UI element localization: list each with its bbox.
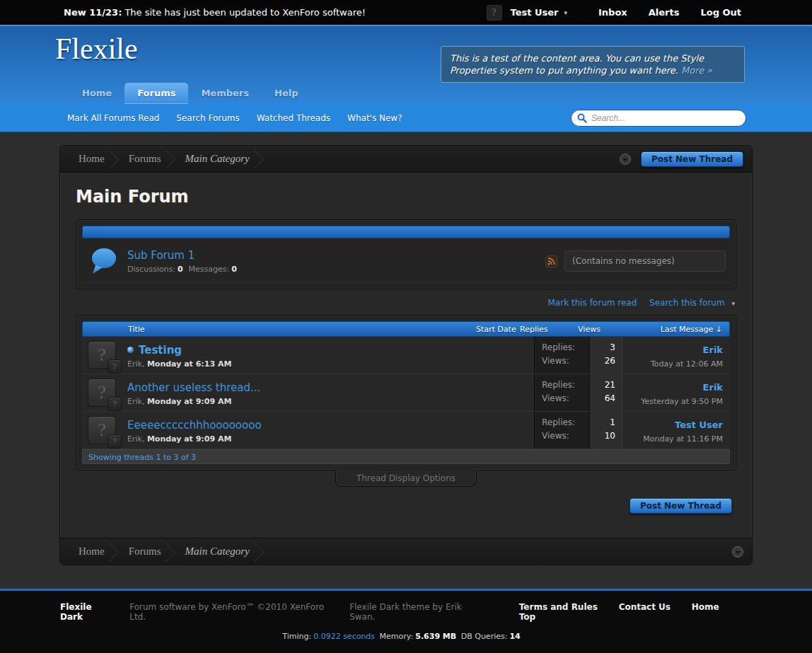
last-message: Erik Today at 12:06 AM (622, 337, 730, 374)
style-notice-more-link[interactable]: More » (681, 65, 712, 76)
last-message-date[interactable]: Yesterday at 9:50 PM (622, 397, 723, 406)
terms-and-rules-link[interactable]: Terms and Rules (519, 602, 598, 612)
breadcrumb-forums[interactable]: Forums (124, 545, 166, 557)
footer-home-link[interactable]: Home (692, 602, 719, 612)
style-chooser-link[interactable]: Flexile Dark (60, 602, 114, 622)
thread-avatar[interactable]: ? ? (88, 378, 116, 407)
debug-stats: Timing:0.0922 seconds Memory:5.639 MB DB… (60, 632, 743, 641)
search-icon (577, 113, 587, 123)
thread-title-link[interactable]: Eeeeeccccchhhoooooooo (127, 419, 262, 432)
views-label: Views: (542, 356, 589, 366)
theme-credit: Flexile Dark theme by Erik Swan. (349, 602, 482, 622)
bottom-actions: Post New Thread (80, 498, 732, 514)
views-label: Views: (542, 431, 589, 441)
breadcrumb-forums[interactable]: Forums (124, 153, 166, 165)
subforum-info: Sub Forum 1 Discussions:0Messages:0 (127, 248, 545, 274)
thread-title-link[interactable]: Another useless thread... (127, 381, 260, 394)
content-wrapper: Home Forums Main Category Post New Threa… (59, 145, 753, 565)
post-new-thread-button-top[interactable]: Post New Thread (641, 151, 743, 167)
thread-title-wrap: Another useless thread... (127, 381, 260, 394)
last-message: Erik Yesterday at 9:50 PM (622, 374, 730, 411)
subforum-stats: Discussions:0Messages:0 (127, 265, 545, 274)
logout-link[interactable]: Log Out (700, 7, 741, 18)
last-message-user-link[interactable]: Erik (703, 345, 723, 355)
thread-stats: Replies: Views: 1 10 (534, 412, 622, 449)
breadcrumb-main-category[interactable]: Main Category (181, 153, 254, 165)
tab-members[interactable]: Members (188, 83, 262, 104)
thread-title-wrap: Testing (127, 344, 231, 357)
views-count: 10 (590, 431, 615, 441)
breadcrumb-home[interactable]: Home (74, 153, 109, 165)
breadcrumb-separator-icon (109, 538, 124, 565)
thread-start-date: Monday at 9:09 AM (147, 397, 231, 406)
search-input[interactable] (571, 110, 746, 127)
timing-value-link[interactable]: 0.0922 seconds (313, 632, 375, 641)
breadcrumb-main-category[interactable]: Main Category (181, 545, 254, 557)
chevron-down-icon[interactable]: ▾ (731, 300, 735, 307)
mark-forum-read-link[interactable]: Mark this forum read (548, 298, 637, 308)
watched-threads-link[interactable]: Watched Threads (257, 113, 330, 123)
last-message-date[interactable]: Monday at 11:16 PM (622, 434, 723, 444)
whats-new-link[interactable]: What's New? (347, 113, 402, 123)
site-notice-date: New 11/23: (64, 7, 122, 18)
site-logo[interactable]: Flexile (55, 32, 138, 66)
footer-links: Terms and Rules Contact Us Home Top (501, 602, 743, 622)
thread-author-link[interactable]: Erik, (127, 397, 144, 406)
alerts-link[interactable]: Alerts (649, 7, 680, 18)
user-avatar-icon[interactable]: ? (487, 5, 502, 21)
rss-icon[interactable] (545, 255, 557, 267)
queries-value: 14 (509, 632, 520, 641)
column-views[interactable]: Views (557, 325, 622, 334)
mark-all-forums-read-link[interactable]: Mark All Forums Read (67, 113, 159, 123)
column-last-message-label: Last Message (661, 325, 714, 334)
thread-title-link[interactable]: Testing (139, 344, 182, 357)
column-replies[interactable]: Replies (520, 325, 557, 334)
breadcrumb-home[interactable]: Home (74, 545, 109, 557)
subforum-link[interactable]: Sub Forum 1 (127, 249, 195, 262)
thread-author-link[interactable]: Erik, (127, 359, 144, 369)
chevron-down-icon[interactable]: ▾ (564, 9, 567, 16)
tab-forums[interactable]: Forums (124, 83, 188, 104)
last-message-date[interactable]: Today at 12:06 AM (622, 359, 723, 369)
showing-threads-status: Showing threads 1 to 3 of 3 (82, 449, 730, 464)
timing-label: Timing: (282, 632, 311, 641)
views-count: 64 (590, 393, 615, 403)
site-footer: Flexile Dark Forum software by XenForo™ … (0, 589, 812, 653)
breadcrumb-toggle-icon[interactable] (732, 546, 743, 557)
thread-list-panel: Title Start Date Replies Views Last Mess… (76, 315, 736, 470)
thread-avatar[interactable]: ? ? (88, 416, 116, 444)
thread-avatar[interactable]: ? ? (88, 341, 116, 369)
tab-home[interactable]: Home (69, 83, 124, 104)
messages-label: Messages: (189, 265, 230, 274)
last-message: Test User Monday at 11:16 PM (622, 412, 730, 449)
xenforo-credit: Forum software by XenForo™ ©2010 XenForo… (129, 602, 331, 622)
last-message-user-link[interactable]: Erik (703, 382, 723, 393)
avatar-mini-question-icon: ? (108, 434, 122, 449)
thread-start-date: Monday at 9:09 AM (147, 434, 231, 444)
replies-count: 21 (590, 380, 615, 390)
search-this-forum-link[interactable]: Search this forum (649, 298, 725, 308)
topbar: New 11/23:The site has just been updated… (0, 0, 812, 25)
top-link[interactable]: Top (519, 612, 535, 622)
style-notice-box: This is a test of the content area. You … (441, 46, 745, 83)
search-forums-link[interactable]: Search Forums (176, 113, 239, 123)
thread-display-options-toggle[interactable]: Thread Display Options (335, 470, 477, 487)
thread-author-link[interactable]: Erik, (127, 434, 144, 444)
queries-label: DB Queries: (461, 632, 508, 641)
contact-us-link[interactable]: Contact Us (619, 602, 671, 612)
account-menu-username[interactable]: Test User (511, 7, 559, 18)
breadcrumb-separator-icon (254, 538, 269, 565)
column-start-date[interactable]: Start Date (476, 325, 520, 334)
tab-help[interactable]: Help (262, 83, 311, 104)
column-title[interactable]: Title (83, 325, 476, 334)
last-message-user-link[interactable]: Test User (675, 420, 723, 430)
thread-row: ? ? Eeeeeccccchhhoooooooo Erik, Monday a… (82, 412, 730, 449)
post-new-thread-button-bottom[interactable]: Post New Thread (630, 498, 732, 514)
page-title: Main Forum (76, 187, 736, 207)
inbox-link[interactable]: Inbox (598, 7, 627, 18)
breadcrumb-top: Home Forums Main Category Post New Threa… (60, 146, 752, 173)
replies-label: Replies: (542, 380, 589, 390)
column-last-message[interactable]: Last Message ↓ (622, 325, 729, 334)
avatar-mini-question-icon: ? (108, 397, 122, 411)
breadcrumb-toggle-icon[interactable] (620, 154, 631, 165)
